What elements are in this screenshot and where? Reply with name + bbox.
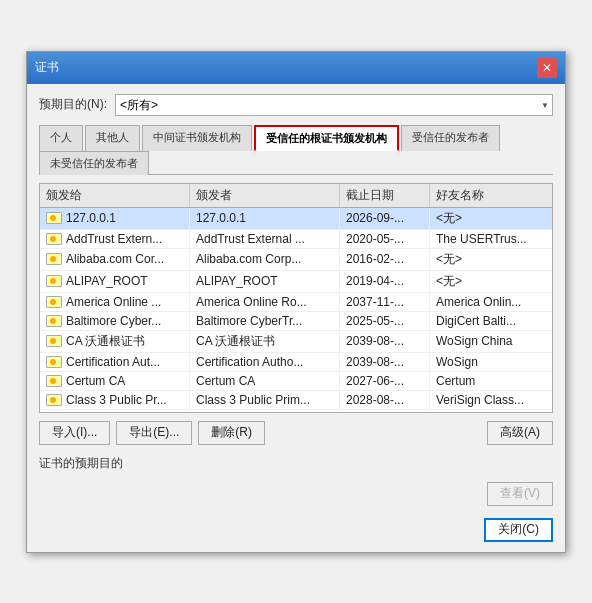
cell-friendly-name: WoSign — [430, 353, 552, 371]
cell-expiry: 2027-06-... — [340, 372, 430, 390]
col-issued-by[interactable]: 颁发者 — [190, 184, 340, 207]
cell-issued-to: AddTrust Extern... — [40, 230, 190, 248]
purpose-row: 预期目的(N): <所有> — [39, 94, 553, 116]
cell-friendly-name: Certum — [430, 372, 552, 390]
cell-issued-to: Class 3 Public Pr... — [40, 391, 190, 409]
col-issued-to[interactable]: 颁发给 — [40, 184, 190, 207]
cell-issued-to: Certum CA — [40, 372, 190, 390]
cell-issued-by: AddTrust External ... — [190, 230, 340, 248]
cell-issued-to: Certification Aut... — [40, 353, 190, 371]
certificate-dialog: 证书 ✕ 预期目的(N): <所有> 个人 其他人 中间证书颁发机构 受信任的根… — [26, 51, 566, 553]
cell-friendly-name: <无> — [430, 271, 552, 292]
table-row[interactable]: CA 沃通根证书 CA 沃通根证书 2039-08-... WoSign Chi… — [40, 331, 552, 353]
action-buttons-row: 导入(I)... 导出(E)... 删除(R) 高级(A) — [39, 421, 553, 445]
cell-friendly-name: <无> — [430, 208, 552, 229]
tab-personal[interactable]: 个人 — [39, 125, 83, 151]
table-row[interactable]: Class 3 Public Pr... Class 3 Public Prim… — [40, 391, 552, 410]
cert-icon — [46, 356, 62, 368]
cell-issued-by: Certum CA — [190, 372, 340, 390]
cell-expiry: 2039-08-... — [340, 331, 430, 352]
cell-issued-by: America Online Ro... — [190, 293, 340, 311]
cell-expiry: 2025-05-... — [340, 312, 430, 330]
cell-friendly-name: VeriSign Class... — [430, 391, 552, 409]
cell-issued-to: Baltimore Cyber... — [40, 312, 190, 330]
cert-icon — [46, 315, 62, 327]
cert-icon — [46, 275, 62, 287]
cell-expiry: 2019-04-... — [340, 271, 430, 292]
purpose-select[interactable]: <所有> — [115, 94, 553, 116]
cell-issued-by: ALIPAY_ROOT — [190, 271, 340, 292]
table-row[interactable]: Certification Aut... Certification Autho… — [40, 353, 552, 372]
table-row[interactable]: AddTrust Extern... AddTrust External ...… — [40, 230, 552, 249]
cell-expiry: 2016-02-... — [340, 249, 430, 270]
cell-issued-by: 127.0.0.1 — [190, 208, 340, 229]
tab-others[interactable]: 其他人 — [85, 125, 140, 151]
cell-friendly-name: WoSign China — [430, 331, 552, 352]
table-row[interactable]: Alibaba.com Cor... Alibaba.com Corp... 2… — [40, 249, 552, 271]
cell-issued-by: Class 3 Public Prim... — [190, 391, 340, 409]
cell-expiry: 2020-05-... — [340, 230, 430, 248]
table-body: 127.0.0.1 127.0.0.1 2026-09-... <无> AddT… — [40, 208, 552, 410]
cell-expiry: 2026-09-... — [340, 208, 430, 229]
cell-expiry: 2039-08-... — [340, 353, 430, 371]
delete-button[interactable]: 删除(R) — [198, 421, 265, 445]
dialog-close-button[interactable]: 关闭(C) — [484, 518, 553, 542]
cell-friendly-name: <无> — [430, 249, 552, 270]
cell-issued-by: Certification Autho... — [190, 353, 340, 371]
table-header: 颁发给 颁发者 截止日期 好友名称 — [40, 184, 552, 208]
tab-intermediate[interactable]: 中间证书颁发机构 — [142, 125, 252, 151]
col-friendly-name[interactable]: 好友名称 — [430, 184, 552, 207]
certificate-table[interactable]: 颁发给 颁发者 截止日期 好友名称 127.0.0.1 127.0.0.1 20… — [39, 183, 553, 413]
cert-icon — [46, 233, 62, 245]
export-button[interactable]: 导出(E)... — [116, 421, 192, 445]
title-bar: 证书 ✕ — [27, 52, 565, 84]
cert-icon — [46, 296, 62, 308]
cell-issued-to: Alibaba.com Cor... — [40, 249, 190, 270]
dialog-title: 证书 — [35, 59, 59, 76]
cell-issued-by: Baltimore CyberTr... — [190, 312, 340, 330]
cert-icon — [46, 335, 62, 347]
view-button[interactable]: 查看(V) — [487, 482, 553, 506]
import-button[interactable]: 导入(I)... — [39, 421, 110, 445]
tab-trusted-root[interactable]: 受信任的根证书颁发机构 — [254, 125, 399, 151]
tab-untrusted[interactable]: 未受信任的发布者 — [39, 151, 149, 175]
cell-issued-by: CA 沃通根证书 — [190, 331, 340, 352]
cell-issued-to: CA 沃通根证书 — [40, 331, 190, 352]
table-row[interactable]: America Online ... America Online Ro... … — [40, 293, 552, 312]
cell-issued-to: America Online ... — [40, 293, 190, 311]
cell-friendly-name: America Onlin... — [430, 293, 552, 311]
cert-icon — [46, 394, 62, 406]
dialog-content: 预期目的(N): <所有> 个人 其他人 中间证书颁发机构 受信任的根证书颁发机… — [27, 84, 565, 552]
purpose-label: 预期目的(N): — [39, 96, 107, 113]
table-row[interactable]: 127.0.0.1 127.0.0.1 2026-09-... <无> — [40, 208, 552, 230]
view-button-row: 查看(V) — [39, 482, 553, 506]
cell-issued-by: Alibaba.com Corp... — [190, 249, 340, 270]
cert-icon — [46, 253, 62, 265]
tab-trusted-publisher[interactable]: 受信任的发布者 — [401, 125, 500, 151]
table-row[interactable]: Certum CA Certum CA 2027-06-... Certum — [40, 372, 552, 391]
advanced-button[interactable]: 高级(A) — [487, 421, 553, 445]
table-row[interactable]: Baltimore Cyber... Baltimore CyberTr... … — [40, 312, 552, 331]
cell-issued-to: ALIPAY_ROOT — [40, 271, 190, 292]
cell-friendly-name: DigiCert Balti... — [430, 312, 552, 330]
table-row[interactable]: ALIPAY_ROOT ALIPAY_ROOT 2019-04-... <无> — [40, 271, 552, 293]
cert-icon — [46, 375, 62, 387]
cell-issued-to: 127.0.0.1 — [40, 208, 190, 229]
cert-purpose-label: 证书的预期目的 — [39, 453, 553, 474]
tabs-container: 个人 其他人 中间证书颁发机构 受信任的根证书颁发机构 受信任的发布者 未受信任… — [39, 124, 553, 175]
cert-icon — [46, 212, 62, 224]
purpose-select-wrapper: <所有> — [115, 94, 553, 116]
cell-friendly-name: The USERTrus... — [430, 230, 552, 248]
cell-expiry: 2028-08-... — [340, 391, 430, 409]
close-button-row: 关闭(C) — [39, 514, 553, 542]
close-icon[interactable]: ✕ — [537, 58, 557, 78]
cell-expiry: 2037-11-... — [340, 293, 430, 311]
col-expiry[interactable]: 截止日期 — [340, 184, 430, 207]
